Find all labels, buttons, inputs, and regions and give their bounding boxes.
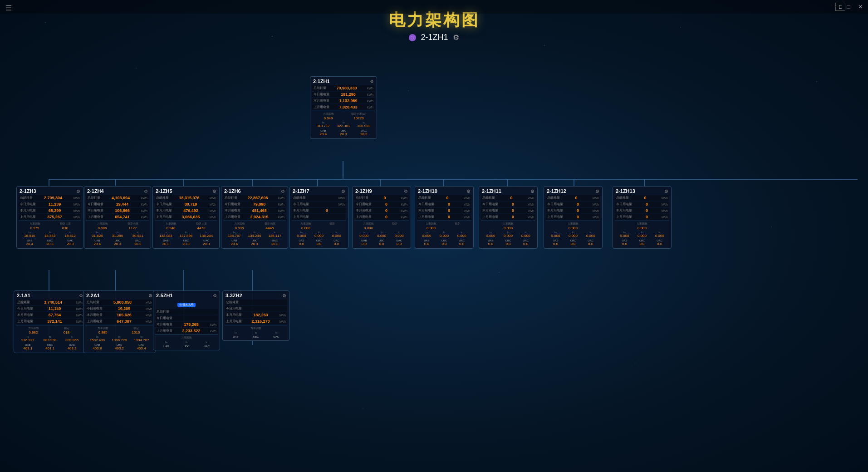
root-title: 2-1ZH1	[313, 79, 330, 84]
root-metrics: 力率因数 0.949 额定功率(W) 10729 Ia 318.717 Ib 3…	[312, 111, 375, 137]
node-root[interactable]: 2-1ZH1 ⚙ 总能耗量 70,983,330 kWh 今日用电量 191,2…	[310, 76, 377, 139]
root-gear-icon[interactable]: ⚙	[370, 79, 374, 84]
node-zh5[interactable]: 2-1ZH5 ⚙ 总能耗量18,315,976kWh 今日用电量80,719kW…	[152, 186, 220, 249]
node-zh9[interactable]: 2-1ZH9 ⚙ 总能耗量0kWh 今日用电量0kWh 本月用电量0kWh 上月…	[352, 186, 411, 249]
subtitle-bar: ⬡ 2-1ZH1 ⚙	[0, 33, 868, 42]
node-header-root: 2-1ZH1 ⚙	[312, 79, 375, 84]
root-voltage-row: UAB 20.4 UBC 20.3 UAC 20.3	[312, 129, 375, 137]
node-zh3[interactable]: 2-1ZH3 ⚙ 总能耗量2,709,304kWh 今日用电量11,239kWh…	[16, 186, 83, 249]
app-logo: E	[835, 3, 845, 11]
root-row-0: 总能耗量 70,983,330 kWh	[312, 85, 375, 91]
node-a1[interactable]: 2-1A1 ⚙ 总能耗量3,740,514kWh 今日用电量11,140kWh …	[14, 290, 86, 353]
node-2a1[interactable]: 2-2A1 ⚙ 总能耗量5,800,858kWh 今日用电量19,209kWh …	[83, 290, 156, 353]
node-zh13[interactable]: 2-1ZH13 ⚙ 总能耗量0kWh 今日用电量0kWh 本月用电量0kWh 上…	[613, 186, 672, 249]
close-button[interactable]: ✕	[856, 4, 864, 10]
root-row-1: 今日用电量 191,290 kWh	[312, 92, 375, 97]
node-zh7[interactable]: 2-1ZH7 ⚙ 总能耗量kWh 今日用电量kWh 本月用电量0 上月用电量 力…	[289, 186, 348, 249]
maximize-button[interactable]: □	[844, 4, 853, 10]
node-3zh2[interactable]: 3-3ZH2 ⚙ 总能耗量 今日用电量 本月用电量182,263kWh 上月用电…	[222, 290, 289, 341]
root-row-3: 上月用电量 7,020,433 kWh	[312, 104, 375, 110]
enterprise-badge: 企业AIA号	[177, 303, 196, 307]
subtitle-icon: ⬡	[409, 34, 416, 41]
root-pf-row: 力率因数 0.949 额定功率(W) 10729	[312, 112, 375, 120]
title-bar: E — □ ✕	[0, 0, 868, 14]
node-zh6[interactable]: 2-1ZH6 ⚙ 总能耗量22,867,606kWh 今日用电量79,890kW…	[221, 186, 288, 249]
node-zh10[interactable]: 2-1ZH10 ⚙ 总能耗量0kWh 今日用电量0kWh 本月用电量0kWh 上…	[415, 186, 474, 249]
connector-lines	[0, 64, 868, 472]
diagram-area: 2-1ZH1 ⚙ 总能耗量 70,983,330 kWh 今日用电量 191,2…	[0, 64, 868, 472]
node-5zh1[interactable]: 2-5ZH1 ⚙ 企业AIA号 总能耗量 今日用电量 本月用电量175,265k…	[153, 290, 220, 350]
subtitle-gear-icon[interactable]: ⚙	[453, 33, 459, 42]
node-zh4[interactable]: 2-1ZH4 ⚙ 总能耗量4,103,694kWh 今日用电量19,444kWh…	[84, 186, 151, 249]
root-current-row: Ia 318.717 Ib 322.381 Ic 320.933	[312, 121, 375, 128]
node-zh12[interactable]: 2-1ZH12 ⚙ 总能耗量0kWh 今日用电量0kWh 本月用电量0kWh 上…	[544, 186, 603, 249]
root-row-2: 本月用电量 1,132,969 kWh	[312, 98, 375, 103]
subtitle-text: 2-1ZH1	[421, 33, 448, 42]
node-zh11[interactable]: 2-1ZH11 ⚙ 总能耗量0kWh 今日用电量0kWh 本月用电量0kWh 上…	[479, 186, 538, 249]
